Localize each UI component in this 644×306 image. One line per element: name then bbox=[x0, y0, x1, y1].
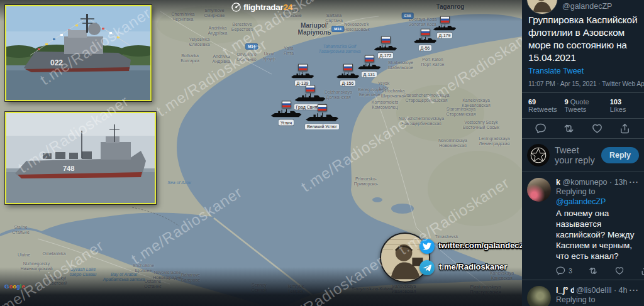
place-name-en: Shabelskoye bbox=[388, 60, 413, 65]
ship-label: Великий Устюг bbox=[305, 124, 339, 129]
reply-author-name[interactable]: I_ʃ° deL bbox=[556, 286, 574, 295]
like-icon[interactable] bbox=[614, 266, 625, 276]
place-name-ru: Восточный Сосык bbox=[463, 124, 499, 129]
reply-author-name[interactable]: komuna bbox=[556, 178, 560, 187]
reply-icon[interactable] bbox=[535, 123, 547, 134]
tweet-author-avatar[interactable] bbox=[526, 0, 558, 14]
ship-silhouette-icon bbox=[374, 44, 397, 52]
reply-author-handle[interactable]: @lis0delill · 4h bbox=[576, 286, 627, 295]
russia-flag-icon bbox=[365, 55, 374, 62]
place-name-en: Shirochanka bbox=[380, 89, 405, 93]
place-name-en: Yeysk bbox=[378, 81, 389, 85]
azov-sea-map[interactable]: Mariupol'МаріупольTaganrogNovoazovs'kНов… bbox=[0, 0, 522, 306]
place-name-ru: Береговое bbox=[358, 92, 381, 97]
ship-marker: Д-156 bbox=[336, 64, 360, 86]
place-name-en: Sea of Azov bbox=[167, 180, 191, 185]
flag-stripe bbox=[421, 33, 430, 35]
mention-link[interactable]: @galandecZP bbox=[556, 197, 606, 206]
reply-button[interactable]: Reply bbox=[601, 147, 639, 163]
ship-silhouette-icon bbox=[291, 72, 314, 80]
place-name-ru: Приморско- bbox=[354, 181, 378, 186]
retweet-icon[interactable] bbox=[588, 266, 598, 276]
reply-author-handle[interactable]: @komunepo · 13h bbox=[562, 178, 627, 187]
map-place-label: Uiutne bbox=[18, 253, 30, 258]
tweet-author-handle[interactable]: @galandecZP bbox=[562, 2, 612, 11]
place-name-en: Berestove bbox=[232, 22, 252, 26]
place-name-en: Nizhnegorsky bbox=[23, 261, 50, 266]
translate-tweet-link[interactable]: Translate Tweet bbox=[522, 64, 644, 75]
map-place-label: NovominskayaНовоминская bbox=[438, 138, 467, 148]
ship-label: Д-131 bbox=[362, 72, 377, 77]
russia-flag-icon bbox=[306, 85, 315, 92]
flag-stripe bbox=[282, 106, 291, 107]
reply-author-avatar[interactable] bbox=[527, 286, 551, 306]
share-icon[interactable] bbox=[640, 266, 644, 276]
more-icon[interactable]: ··· bbox=[630, 178, 640, 187]
place-name-en: Yalta bbox=[284, 46, 293, 50]
place-name-en: Urzuf bbox=[264, 52, 275, 56]
hull-number-022: 022 bbox=[50, 58, 63, 67]
reply-action[interactable]: 3 bbox=[556, 266, 572, 276]
map-place-label: LeningradskayaЛенинградская bbox=[479, 136, 509, 146]
map-place-label: OsypenkoОсипенко bbox=[236, 52, 257, 62]
russia-flag-icon bbox=[381, 36, 391, 43]
place-name-ru: Болгарка bbox=[180, 58, 199, 63]
map-place-label: KomsomoletsКомсомолец bbox=[372, 100, 398, 109]
russia-flag-icon bbox=[318, 104, 327, 111]
place-name-en: Komsomolets bbox=[372, 100, 398, 104]
stat-count: 103 bbox=[610, 98, 621, 106]
ship-marker: Д-139 bbox=[291, 64, 314, 86]
place-name-en: Bolharka bbox=[181, 53, 199, 58]
reply-action[interactable] bbox=[588, 266, 598, 276]
flag-stripe bbox=[365, 60, 374, 62]
place-name-en: Kanelovskaya bbox=[462, 98, 490, 102]
place-name-en: Osypenko bbox=[236, 52, 257, 57]
ship-label: Д-56 bbox=[419, 45, 432, 51]
place-name-ru: Староминская bbox=[447, 111, 476, 116]
stat-quote-tweets[interactable]: 9 Quote Tweets bbox=[564, 98, 609, 113]
share-icon[interactable] bbox=[619, 123, 631, 134]
flag-stripe bbox=[318, 109, 326, 111]
retweet-icon[interactable] bbox=[563, 123, 575, 134]
like-icon[interactable] bbox=[591, 123, 603, 134]
map-place-label: AndriivkaАндріївка bbox=[208, 26, 228, 35]
place-name-en: Tahanroz'ka Gulf bbox=[323, 44, 356, 48]
reply-text: А почему она называется каспийской? Межд… bbox=[556, 208, 639, 261]
radar-icon bbox=[231, 3, 241, 12]
russia-flag-icon bbox=[421, 29, 430, 36]
map-place-label: NovoshcherbinovskayaНовощербиновская bbox=[399, 116, 444, 126]
reply-icon[interactable] bbox=[556, 266, 566, 276]
reply-input[interactable]: Tweet your reply bbox=[555, 145, 596, 165]
more-icon[interactable]: ··· bbox=[630, 286, 640, 295]
stat-count: 69 bbox=[528, 98, 536, 106]
reply-action[interactable] bbox=[640, 266, 644, 276]
road-badge: M14 bbox=[245, 43, 258, 50]
reply-header: komuna@komunepo · 13h··· bbox=[556, 178, 639, 187]
map-place-label: Tahanroz'ka GulfТаганрозька затока bbox=[319, 44, 361, 53]
action-count: 3 bbox=[569, 267, 572, 275]
landing-ship-photo: 748 bbox=[5, 112, 156, 204]
current-user-avatar[interactable] bbox=[527, 144, 550, 167]
place-name-ru: Порт-Катон bbox=[421, 62, 445, 67]
russia-flag-icon bbox=[343, 64, 353, 71]
stat-retweets[interactable]: 69 Retweets bbox=[528, 98, 564, 113]
map-place-label: Port-KatonПорт-Катон bbox=[421, 57, 445, 67]
stat-likes[interactable]: 103 Likes bbox=[610, 98, 638, 113]
reply-action-bar: 3 bbox=[556, 261, 644, 278]
ship-marker: Великий Устюг bbox=[305, 104, 339, 129]
place-name-ru: Новоазовськ bbox=[343, 26, 369, 31]
place-name-en: Uiutne bbox=[18, 253, 30, 257]
place-name-ru: Єлисеївка bbox=[189, 41, 209, 46]
map-place-label: KanelovskayaКаневловская bbox=[462, 98, 490, 107]
place-name-ru: Маріуполь bbox=[298, 29, 331, 36]
map-place-label: Sea of Azov bbox=[167, 180, 191, 185]
place-name-ru: Ленинградская bbox=[479, 141, 509, 146]
place-name-ru: Таганрозька затока bbox=[319, 48, 361, 53]
reply-author-avatar[interactable] bbox=[527, 178, 551, 202]
ship-label: Д-156 bbox=[340, 80, 356, 86]
flightradar24-logo: flightradar24 bbox=[231, 3, 292, 12]
replying-to-line: Replying to @galandecZP bbox=[556, 187, 639, 207]
ship-label: Углич bbox=[279, 120, 294, 126]
reply-action[interactable] bbox=[614, 266, 625, 276]
place-name-en: Dolzhanskaya bbox=[325, 90, 352, 94]
